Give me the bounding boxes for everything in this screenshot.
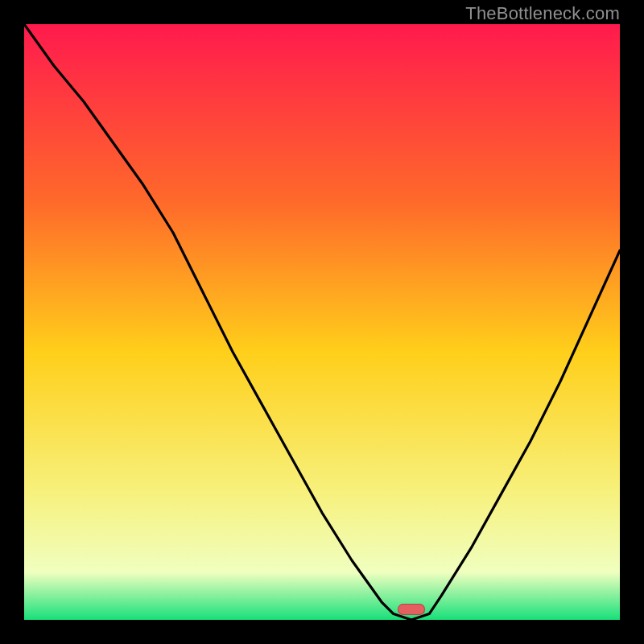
bottleneck-curve (24, 24, 620, 620)
chart-frame: TheBottleneck.com (0, 0, 644, 644)
plot-area (24, 24, 620, 620)
watermark-text: TheBottleneck.com (465, 3, 620, 24)
optimal-marker (398, 604, 425, 615)
